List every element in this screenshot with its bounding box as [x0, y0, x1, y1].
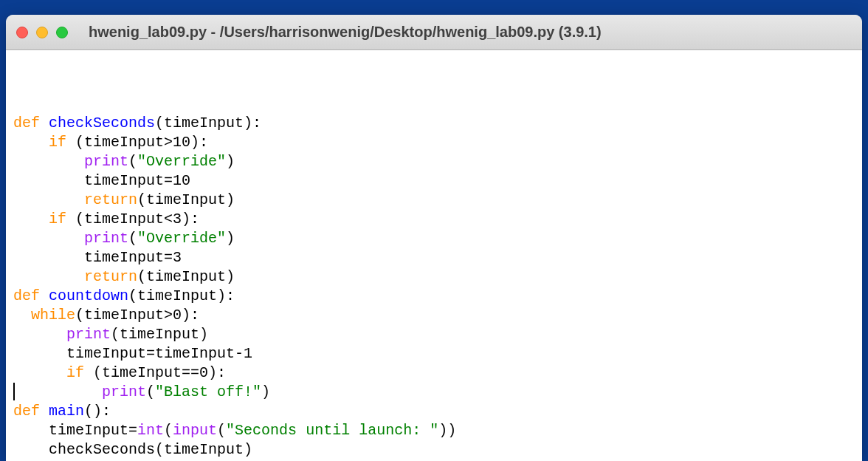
token-builtin: print	[84, 230, 128, 247]
token-fn: countdown	[49, 287, 128, 304]
window-title: hwenig_lab09.py - /Users/harrisonwenig/D…	[68, 24, 852, 41]
close-button[interactable]	[16, 27, 28, 38]
token-builtin: int	[137, 422, 164, 439]
token-kw: while	[31, 307, 75, 324]
code-line[interactable]: if (timeInput==0):	[13, 363, 855, 383]
token-kw: def	[13, 403, 40, 420]
token-str: "Blast off!"	[155, 383, 261, 400]
code-line[interactable]: if (timeInput>10):	[13, 133, 855, 152]
zoom-button[interactable]	[56, 27, 68, 38]
token-str: "Seconds until launch: "	[226, 422, 438, 439]
code-line[interactable]: timeInput=timeInput-1	[13, 344, 855, 363]
traffic-lights	[16, 27, 68, 38]
code-line[interactable]: timeInput=3	[13, 248, 855, 267]
code-line[interactable]: return(timeInput)	[13, 191, 855, 210]
minimize-button[interactable]	[36, 27, 48, 38]
token-builtin: input	[173, 422, 217, 439]
token-fn: main	[49, 403, 84, 420]
token-kw: if	[49, 211, 66, 228]
code-line[interactable]: timeInput=int(input("Seconds until launc…	[13, 421, 855, 440]
code-line[interactable]: print("Override")	[13, 229, 855, 248]
code-line[interactable]: while(timeInput>0):	[13, 306, 855, 325]
code-line[interactable]: print("Blast off!")	[13, 383, 855, 402]
code-line[interactable]: def countdown(timeInput):	[13, 287, 855, 306]
token-kw: if	[66, 364, 84, 381]
token-kw: return	[84, 191, 137, 208]
token-kw: def	[13, 287, 40, 304]
token-fn: checkSeconds	[49, 115, 155, 132]
code-line[interactable]: if (timeInput<3):	[13, 210, 855, 229]
token-kw: if	[49, 134, 66, 151]
token-builtin: print	[66, 326, 111, 343]
code-line[interactable]: def main():	[13, 402, 855, 421]
code-line[interactable]: checkSeconds(timeInput)	[13, 440, 855, 460]
text-cursor	[13, 383, 15, 400]
code-line[interactable]: print("Override")	[13, 152, 855, 171]
code-line[interactable]: def checkSeconds(timeInput):	[13, 114, 855, 133]
token-builtin: print	[84, 153, 128, 170]
token-str: "Override"	[137, 153, 226, 170]
token-kw: def	[13, 115, 40, 132]
editor-window: hwenig_lab09.py - /Users/harrisonwenig/D…	[6, 15, 862, 461]
token-kw: return	[84, 268, 137, 285]
titlebar[interactable]: hwenig_lab09.py - /Users/harrisonwenig/D…	[6, 15, 862, 50]
token-builtin: print	[102, 383, 146, 400]
token-str: "Override"	[137, 230, 226, 247]
code-editor[interactable]: def checkSeconds(timeInput): if (timeInp…	[6, 50, 862, 461]
code-line[interactable]: print(timeInput)	[13, 325, 855, 344]
code-line[interactable]: timeInput=10	[13, 171, 855, 191]
code-line[interactable]: return(timeInput)	[13, 267, 855, 287]
